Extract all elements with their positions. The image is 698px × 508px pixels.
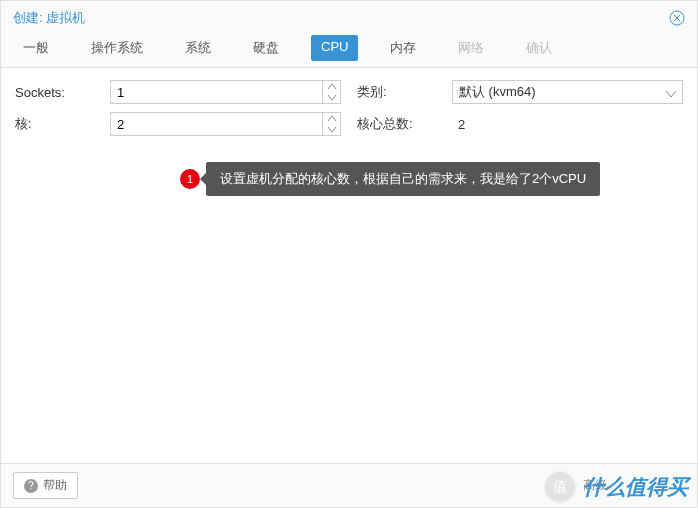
footer: ? 帮助 高级 下一步 <box>1 463 697 507</box>
close-icon[interactable] <box>669 10 685 26</box>
cores-label: 核: <box>15 115 110 133</box>
tab-disk[interactable]: 硬盘 <box>243 35 289 61</box>
cores-down-icon[interactable] <box>323 124 340 135</box>
tab-confirm: 确认 <box>516 35 562 61</box>
type-label: 类别: <box>357 83 452 101</box>
titlebar: 创建: 虚拟机 <box>1 1 697 35</box>
tab-network: 网络 <box>448 35 494 61</box>
sockets-down-icon[interactable] <box>323 92 340 103</box>
callout: 1 设置虚机分配的核心数，根据自己的需求来，我是给了2个vCPU <box>180 162 600 196</box>
callout-text: 设置虚机分配的核心数，根据自己的需求来，我是给了2个vCPU <box>206 162 600 196</box>
sockets-field[interactable] <box>111 81 322 103</box>
dialog-title: 创建: 虚拟机 <box>13 9 85 27</box>
total-cores-value: 2 <box>452 117 683 132</box>
chevron-down-icon <box>666 85 676 100</box>
sockets-input[interactable] <box>110 80 341 104</box>
cores-input[interactable] <box>110 112 341 136</box>
callout-badge: 1 <box>180 169 200 189</box>
cores-up-icon[interactable] <box>323 113 340 124</box>
tab-os[interactable]: 操作系统 <box>81 35 153 61</box>
tabs: 一般 操作系统 系统 硬盘 CPU 内存 网络 确认 <box>1 35 697 68</box>
cores-field[interactable] <box>111 113 322 135</box>
total-cores-label: 核心总数: <box>357 115 452 133</box>
dialog: 创建: 虚拟机 一般 操作系统 系统 硬盘 CPU 内存 网络 确认 Socke… <box>0 0 698 508</box>
sockets-label: Sockets: <box>15 85 110 100</box>
help-label: 帮助 <box>43 477 67 494</box>
tab-cpu[interactable]: CPU <box>311 35 358 61</box>
tab-memory[interactable]: 内存 <box>380 35 426 61</box>
advanced-label[interactable]: 高级 <box>583 477 607 494</box>
help-icon: ? <box>24 479 38 493</box>
tab-system[interactable]: 系统 <box>175 35 221 61</box>
type-value: 默认 (kvm64) <box>459 83 536 101</box>
content: Sockets: 类别: 默认 (kvm64) 核: <box>1 68 697 463</box>
type-select[interactable]: 默认 (kvm64) <box>452 80 683 104</box>
help-button[interactable]: ? 帮助 <box>13 472 78 499</box>
sockets-up-icon[interactable] <box>323 81 340 92</box>
tab-general[interactable]: 一般 <box>13 35 59 61</box>
